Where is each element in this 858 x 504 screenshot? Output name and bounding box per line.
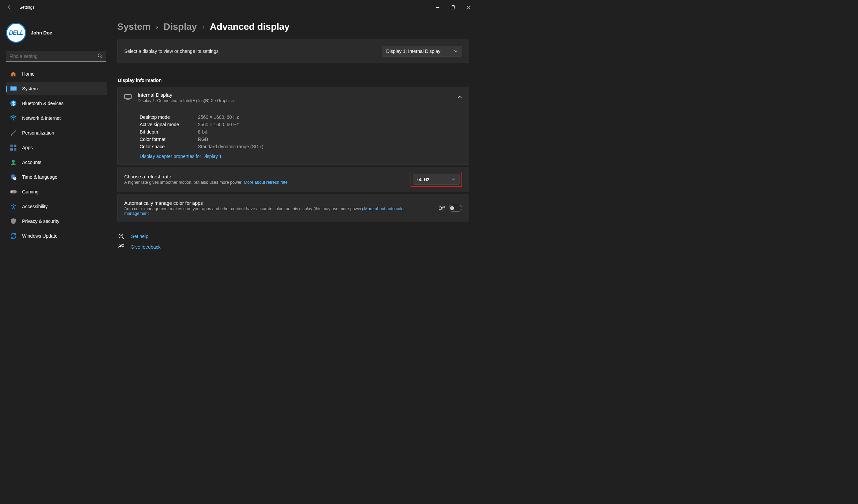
display-name: Internal Display <box>138 92 234 98</box>
sidebar-item-accessibility[interactable]: Accessibility <box>6 200 107 213</box>
chevron-down-icon <box>451 177 456 181</box>
window-title: Settings <box>19 5 34 10</box>
avatar-logo-text: DELL <box>9 30 23 36</box>
get-help-link[interactable]: ? Get help <box>117 231 469 242</box>
maximize-button[interactable] <box>445 2 460 13</box>
sidebar-item-privacy[interactable]: Privacy & security <box>6 215 107 228</box>
sidebar-item-time[interactable]: Time & language <box>6 171 107 183</box>
svg-rect-1 <box>451 6 454 10</box>
sidebar-item-label: Apps <box>22 145 33 150</box>
monitor-icon <box>124 94 132 101</box>
svg-rect-4 <box>11 87 16 90</box>
display-selector-dropdown[interactable]: Display 1: Internal Display <box>382 46 462 56</box>
apps-icon <box>10 144 17 151</box>
help-links: ? Get help Give feedback <box>117 231 469 252</box>
chevron-up-icon <box>458 95 462 100</box>
svg-point-2 <box>98 54 101 57</box>
refresh-rate-value: 60 Hz <box>417 177 430 182</box>
profile[interactable]: DELL John Doe <box>6 19 107 49</box>
content: System › Display › Advanced display Sele… <box>111 15 479 280</box>
sidebar-item-label: Bluetooth & devices <box>22 101 64 106</box>
breadcrumb-system[interactable]: System <box>117 21 151 32</box>
display-connection: Display 1: Connected to Intel(R) Iris(R)… <box>138 98 234 103</box>
minimize-button[interactable] <box>430 2 445 13</box>
display-info-header[interactable]: Internal Display Display 1: Connected to… <box>117 87 469 108</box>
sidebar-item-bluetooth[interactable]: Bluetooth & devices <box>6 97 107 110</box>
info-row-bit-depth: Bit depth8-bit <box>140 128 462 135</box>
auto-color-toggle-group: Off <box>439 205 462 212</box>
accessibility-icon <box>10 203 17 210</box>
sidebar-item-label: Home <box>22 71 34 77</box>
chevron-right-icon: › <box>202 23 205 31</box>
sidebar-item-update[interactable]: Windows Update <box>6 230 107 242</box>
refresh-rate-more-link[interactable]: More about refresh rate <box>244 180 288 185</box>
adapter-properties-link[interactable]: Display adapter properties for Display 1 <box>140 153 222 159</box>
gamepad-icon <box>10 189 17 195</box>
sidebar-item-label: Personalization <box>22 130 54 135</box>
search-input[interactable] <box>6 51 106 62</box>
svg-text:?: ? <box>120 234 122 238</box>
info-row-active-signal: Active signal mode2560 × 1600, 60 Hz <box>140 121 462 128</box>
svg-rect-10 <box>14 148 16 151</box>
svg-point-11 <box>12 160 15 163</box>
sidebar: DELL John Doe Home System <box>0 15 111 280</box>
annotation-highlight: 60 Hz <box>411 172 462 187</box>
sidebar-item-label: Time & language <box>22 174 57 180</box>
brush-icon <box>10 130 17 136</box>
chevron-right-icon: › <box>156 23 158 31</box>
system-icon <box>10 85 17 92</box>
svg-rect-7 <box>10 145 13 147</box>
svg-rect-18 <box>125 94 131 99</box>
info-row-desktop-mode: Desktop mode2560 × 1600, 60 Hz <box>140 113 462 121</box>
give-feedback-link[interactable]: Give feedback <box>117 242 469 252</box>
settings-window: Settings DELL John Doe <box>0 0 479 280</box>
sidebar-item-accounts[interactable]: Accounts <box>6 156 107 169</box>
nav: Home System Bluetooth & devices Network … <box>6 68 107 242</box>
sidebar-item-personalization[interactable]: Personalization <box>6 127 107 139</box>
section-title-display-information: Display information <box>118 78 469 83</box>
sidebar-item-network[interactable]: Network & internet <box>6 112 107 125</box>
sidebar-item-label: System <box>22 86 38 91</box>
sidebar-item-system[interactable]: System <box>6 82 107 95</box>
globe-clock-icon <box>10 174 17 180</box>
sidebar-item-label: Windows Update <box>22 233 58 239</box>
auto-color-toggle[interactable] <box>449 205 462 212</box>
bluetooth-icon <box>10 100 17 107</box>
wifi-icon <box>10 115 17 121</box>
feedback-icon <box>118 244 125 250</box>
svg-point-16 <box>15 192 16 192</box>
titlebar: Settings <box>0 0 479 15</box>
sidebar-item-home[interactable]: Home <box>6 68 107 80</box>
svg-point-15 <box>14 191 15 192</box>
auto-color-title: Automatically manage color for apps <box>124 200 426 206</box>
sidebar-item-apps[interactable]: Apps <box>6 141 107 154</box>
refresh-rate-desc: A higher rate gives smoother motion, but… <box>124 180 288 185</box>
window-controls <box>430 2 476 13</box>
avatar: DELL <box>6 23 26 43</box>
sidebar-item-label: Gaming <box>22 189 38 194</box>
sidebar-item-label: Network & internet <box>22 115 61 121</box>
svg-rect-8 <box>14 145 16 147</box>
breadcrumb-advanced-display: Advanced display <box>210 21 290 32</box>
display-information-card: Internal Display Display 1: Connected to… <box>117 87 469 165</box>
person-icon <box>10 159 17 166</box>
breadcrumb-display[interactable]: Display <box>163 21 197 32</box>
refresh-rate-title: Choose a refresh rate <box>124 174 288 179</box>
profile-name: John Doe <box>31 30 52 35</box>
info-row-color-space: Color spaceStandard dynamic range (SDR) <box>140 143 462 150</box>
breadcrumb: System › Display › Advanced display <box>117 15 469 39</box>
close-button[interactable] <box>460 2 476 13</box>
svg-point-17 <box>13 204 14 205</box>
svg-point-6 <box>13 119 14 120</box>
auto-color-desc: Auto color management makes sure your ap… <box>124 207 426 216</box>
auto-color-card: Automatically manage color for apps Auto… <box>117 194 469 222</box>
sidebar-item-label: Privacy & security <box>22 218 59 224</box>
search-container <box>6 51 106 62</box>
back-button[interactable] <box>3 1 16 14</box>
chevron-down-icon <box>454 49 458 53</box>
sidebar-item-gaming[interactable]: Gaming <box>6 185 107 198</box>
search-icon <box>97 53 102 59</box>
refresh-rate-card: Choose a refresh rate A higher rate give… <box>117 167 469 192</box>
shield-icon <box>10 218 17 225</box>
refresh-rate-dropdown[interactable]: 60 Hz <box>413 174 460 185</box>
